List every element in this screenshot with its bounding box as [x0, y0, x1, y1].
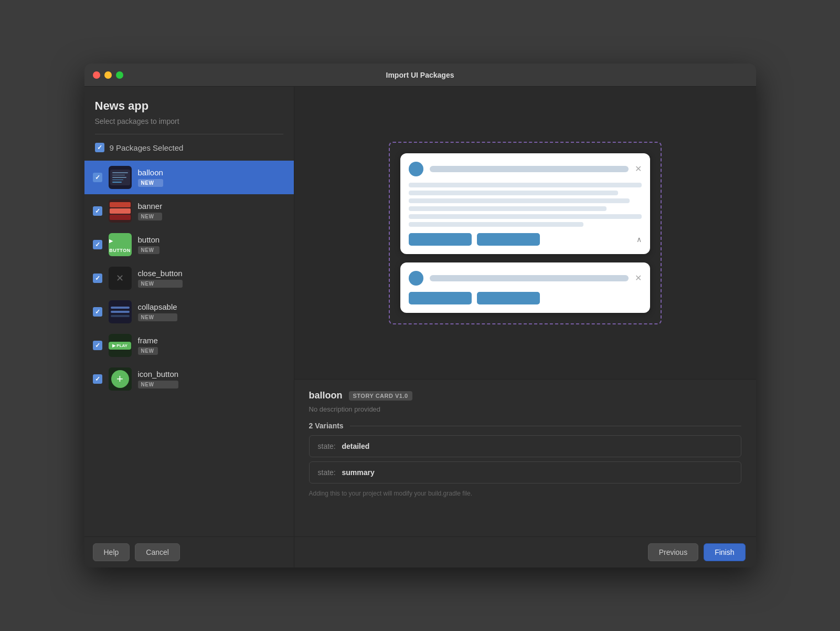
card-footer-detailed: ∧	[409, 233, 642, 246]
package-name-close-button: close_button	[138, 269, 183, 278]
package-item-frame[interactable]: ▶ PLAY frame NEW	[84, 329, 294, 362]
card-close-summary-icon[interactable]: ✕	[635, 273, 642, 283]
previous-button[interactable]: Previous	[648, 543, 698, 561]
close-x-icon: ✕	[116, 272, 124, 284]
card-avatar-icon	[409, 162, 423, 176]
variant-row-detailed: state: detailed	[309, 435, 741, 457]
package-name-frame: frame	[138, 336, 158, 345]
package-item-icon-button[interactable]: + icon_button NEW	[84, 362, 294, 396]
card-line-4	[409, 206, 607, 211]
package-item-close-button[interactable]: ✕ close_button NEW	[84, 261, 294, 295]
package-checkbox-close-button[interactable]	[93, 274, 102, 283]
package-info-icon-button: icon_button NEW	[138, 370, 179, 388]
window-controls	[93, 71, 123, 79]
preview-area: ✕	[294, 87, 756, 379]
package-badge-button: NEW	[138, 246, 160, 254]
package-checkbox-collapsable[interactable]	[93, 307, 102, 317]
package-name-banner: banner	[138, 202, 163, 211]
package-info-balloon: balloon NEW	[138, 168, 163, 187]
package-info-close-button: close_button NEW	[138, 269, 183, 288]
card-summary-action-btn-2[interactable]	[477, 292, 540, 304]
finish-button[interactable]: Finish	[704, 543, 745, 561]
package-checkbox-button[interactable]	[93, 240, 102, 249]
sidebar-subtitle: Select packages to import	[95, 117, 283, 125]
card-header-summary: ✕	[409, 271, 642, 286]
variant-label-2: state:	[318, 468, 336, 477]
card-action-btn-1[interactable]	[409, 233, 472, 246]
maximize-button[interactable]	[116, 71, 123, 79]
minimize-button[interactable]	[104, 71, 112, 79]
package-info-button: button NEW	[138, 235, 160, 254]
package-item-banner[interactable]: banner NEW	[84, 194, 294, 228]
package-icon-banner	[109, 199, 132, 223]
packages-selected-row: 9 Packages Selected	[84, 134, 294, 161]
package-info-banner: banner NEW	[138, 202, 163, 220]
sidebar: News app Select packages to import 9 Pac…	[84, 87, 294, 567]
package-checkbox-frame[interactable]	[93, 341, 102, 350]
sidebar-header: News app Select packages to import	[84, 87, 294, 134]
package-badge-banner: NEW	[138, 213, 163, 220]
window-title: Import UI Packages	[386, 71, 454, 79]
card-chevron-icon[interactable]: ∧	[636, 235, 642, 244]
package-checkbox-icon-button[interactable]	[93, 374, 102, 384]
close-button[interactable]	[93, 71, 100, 79]
variant-label-1: state:	[318, 442, 336, 450]
variant-value-2: summary	[342, 468, 374, 477]
package-name-button: button	[138, 235, 160, 244]
card-action-buttons	[409, 233, 540, 246]
package-badge-close-button: NEW	[138, 280, 183, 288]
package-badge-collapsable: NEW	[138, 313, 177, 321]
packages-selected-label: 9 Packages Selected	[110, 143, 184, 152]
main-window: Import UI Packages News app Select packa…	[84, 64, 756, 567]
package-badge-icon-button: NEW	[138, 381, 179, 388]
detail-footer-note: Adding this to your project will modify …	[309, 490, 741, 497]
card-action-btn-2[interactable]	[477, 233, 540, 246]
story-card-badge: STORY CARD V1.0	[349, 391, 412, 401]
card-close-icon[interactable]: ✕	[635, 164, 642, 174]
detail-description: No description provided	[309, 405, 741, 413]
card-summary-action-btn-1[interactable]	[409, 292, 472, 304]
card-line-5	[409, 214, 642, 219]
app-name: News app	[95, 99, 283, 113]
balloon-card-summary: ✕	[400, 262, 650, 313]
package-badge-frame: NEW	[138, 347, 158, 355]
card-header-detailed: ✕	[409, 162, 642, 176]
package-icon-balloon	[109, 166, 132, 189]
sidebar-footer: Help Cancel	[84, 537, 294, 567]
card-title-bar-summary	[430, 275, 629, 281]
package-checkbox-balloon[interactable]	[93, 173, 102, 182]
main-area: ✕	[294, 87, 756, 567]
detail-title-row: balloon STORY CARD V1.0	[309, 390, 741, 401]
card-summary-actions	[409, 292, 642, 304]
help-button[interactable]: Help	[93, 543, 130, 561]
package-item-button[interactable]: ▶ BUTTON button NEW	[84, 228, 294, 261]
plus-circle-icon: +	[111, 370, 129, 388]
card-line-1	[409, 183, 642, 187]
cancel-button[interactable]: Cancel	[135, 543, 180, 561]
package-item-balloon[interactable]: balloon NEW	[84, 161, 294, 194]
package-icon-icon-button: +	[109, 367, 132, 391]
detail-panel: balloon STORY CARD V1.0 No description p…	[294, 379, 756, 537]
package-icon-button: ▶ BUTTON	[109, 233, 132, 256]
variant-value-1: detailed	[342, 442, 369, 450]
card-line-3	[409, 198, 630, 203]
package-icon-collapsable	[109, 300, 132, 323]
card-avatar-summary-icon	[409, 271, 423, 286]
select-all-checkbox[interactable]	[95, 143, 104, 152]
package-item-collapsable[interactable]: collapsable NEW	[84, 295, 294, 329]
bottom-bar: Previous Finish	[294, 537, 756, 567]
package-name-collapsable: collapsable	[138, 302, 177, 311]
package-name-balloon: balloon	[138, 168, 163, 177]
variant-row-summary: state: summary	[309, 461, 741, 483]
package-icon-close-button: ✕	[109, 267, 132, 290]
package-icon-frame: ▶ PLAY	[109, 334, 132, 357]
detail-package-name: balloon	[309, 390, 343, 401]
card-title-bar	[430, 166, 629, 172]
balloon-card-detailed: ✕	[400, 153, 650, 254]
variants-title: 2 Variants	[309, 422, 741, 430]
preview-container: ✕	[389, 142, 662, 324]
package-name-icon-button: icon_button	[138, 370, 179, 378]
card-content-lines	[409, 183, 642, 227]
content-area: News app Select packages to import 9 Pac…	[84, 87, 756, 567]
package-checkbox-banner[interactable]	[93, 206, 102, 216]
